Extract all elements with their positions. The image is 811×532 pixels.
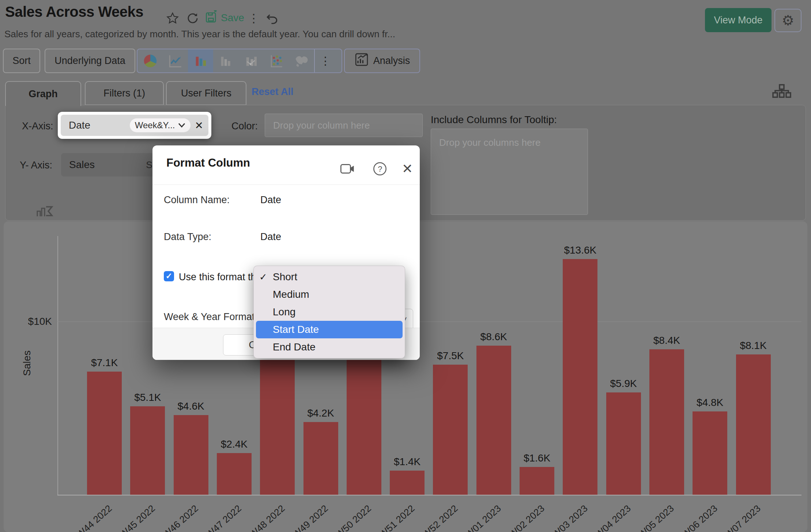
- bar-value-label: $8.1K: [728, 340, 779, 352]
- x-axis-tick-label: W05 2023: [623, 503, 676, 532]
- save-icon: *: [205, 10, 219, 26]
- refresh-icon[interactable]: [185, 10, 201, 26]
- x-axis-tick-label: W06 2023: [666, 503, 720, 532]
- tooltip-drop-zone[interactable]: Drop your columns here: [431, 129, 588, 215]
- option-label: Start Date: [273, 324, 319, 335]
- analysis-icon: [354, 52, 369, 69]
- svg-text:*: *: [214, 10, 217, 16]
- bar-value-label: $4.8K: [684, 397, 736, 408]
- bar-chart-icon[interactable]: [188, 49, 213, 72]
- x-axis-tick-label: W03 2023: [536, 503, 590, 532]
- gear-icon: ⚙: [782, 12, 794, 28]
- help-icon[interactable]: ?: [372, 162, 388, 176]
- bar-value-label: $4.2K: [295, 407, 346, 419]
- bar[interactable]: [390, 471, 425, 495]
- bar[interactable]: [476, 346, 511, 495]
- dropdown-option[interactable]: Medium: [254, 286, 405, 303]
- bar-value-label: $4.6K: [165, 400, 216, 412]
- bar[interactable]: [303, 422, 338, 495]
- data-type-label: Data Type:: [164, 231, 211, 243]
- bar[interactable]: [433, 365, 468, 495]
- bar[interactable]: [649, 349, 684, 495]
- week-year-format-label: Week & Year Format:: [164, 311, 257, 323]
- dropdown-option[interactable]: End Date: [254, 338, 405, 356]
- bar[interactable]: [217, 453, 252, 495]
- data-type-value: Date: [260, 231, 281, 243]
- dialog-title: Format Column: [166, 156, 250, 170]
- dialog-divider: [152, 185, 420, 185]
- more-chart-types-icon[interactable]: ⋮: [315, 49, 336, 72]
- grouped-bar-icon[interactable]: [213, 49, 238, 72]
- x-axis-column-name: Date: [69, 119, 130, 131]
- bar[interactable]: [87, 372, 122, 495]
- remove-x-column-icon[interactable]: ✕: [195, 119, 203, 132]
- x-axis-tick-label: W01 2023: [449, 503, 503, 532]
- color-drop-zone[interactable]: Drop your column here: [265, 114, 423, 137]
- x-axis-tick-label: W52 2022: [406, 503, 460, 532]
- y-axis-tick-label: $10K: [4, 316, 52, 327]
- x-axis-tick-label: W47 2022: [190, 503, 244, 532]
- scatter-plot-icon[interactable]: [264, 49, 289, 72]
- page-description: Sales for all years, categorized by mont…: [4, 28, 395, 40]
- dropdown-option[interactable]: Start Date: [256, 321, 403, 338]
- color-field-label: Color:: [231, 121, 258, 132]
- bar[interactable]: [520, 467, 554, 495]
- dropdown-option[interactable]: ✓Short: [254, 268, 405, 286]
- analysis-button[interactable]: Analysis: [344, 49, 420, 73]
- bar-value-label: $13.6K: [555, 244, 606, 256]
- save-button[interactable]: * Save: [205, 10, 244, 26]
- option-check-icon: ✓: [254, 271, 273, 283]
- pie-chart-icon[interactable]: [137, 49, 163, 72]
- y-axis-field-label: Y- Axis:: [20, 160, 52, 171]
- x-axis-tick-label: W49 2022: [276, 503, 330, 532]
- column-name-label: Column Name:: [164, 194, 230, 206]
- bar[interactable]: [130, 406, 165, 495]
- use-format-checkbox[interactable]: ✓: [164, 271, 174, 281]
- bar-value-label: $8.4K: [641, 335, 692, 346]
- app-window: Sales Across Weeks * Save ⋮ Sales for al…: [0, 0, 811, 532]
- undo-icon[interactable]: [264, 10, 280, 26]
- x-axis-field-highlighted[interactable]: Date Week&Y... ✕: [58, 112, 211, 139]
- option-label: Long: [273, 306, 295, 318]
- reset-all-link[interactable]: Reset All: [252, 86, 294, 98]
- map-chart-icon[interactable]: [289, 49, 314, 72]
- sort-button[interactable]: Sort: [3, 49, 40, 73]
- dropdown-option[interactable]: Long: [254, 303, 405, 321]
- bar-value-label: $2.4K: [208, 438, 260, 450]
- bar-line-combo-icon[interactable]: [238, 49, 264, 72]
- y-axis-field[interactable]: Sales Su: [61, 153, 160, 176]
- chevron-down-icon: [178, 123, 185, 128]
- x-axis-tick-label: W48 2022: [233, 503, 287, 532]
- bar[interactable]: [563, 259, 597, 495]
- x-axis-format-badge[interactable]: Week&Y...: [130, 118, 191, 132]
- video-help-icon[interactable]: [339, 162, 355, 176]
- view-mode-button[interactable]: View Mode: [705, 8, 772, 32]
- hierarchy-icon[interactable]: [772, 83, 792, 101]
- kebab-menu-icon[interactable]: ⋮: [246, 10, 262, 26]
- star-icon[interactable]: [165, 10, 181, 26]
- y-axis-title: Sales: [21, 341, 33, 385]
- x-axis-tick-label: W44 2022: [60, 503, 114, 532]
- analysis-label: Analysis: [373, 55, 410, 66]
- bar[interactable]: [606, 392, 641, 495]
- underlying-data-button[interactable]: Underlying Data: [45, 49, 135, 73]
- bar-value-label: $1.6K: [512, 452, 563, 464]
- bar-value-label: $7.1K: [79, 357, 130, 369]
- bar-value-label: $7.5K: [425, 350, 476, 362]
- tab-filters[interactable]: Filters (1): [85, 81, 164, 105]
- x-axis-tick-label: W51 2022: [363, 503, 417, 532]
- page-title: Sales Across Weeks: [5, 4, 143, 20]
- line-chart-icon[interactable]: [163, 49, 188, 72]
- bar[interactable]: [736, 354, 771, 495]
- close-icon[interactable]: ✕: [399, 162, 415, 176]
- format-options-menu: ✓ShortMediumLongStart DateEnd Date: [253, 266, 405, 358]
- summary-sigma-icon[interactable]: [35, 202, 54, 219]
- tab-user-filters[interactable]: User Filters: [166, 81, 246, 105]
- settings-button[interactable]: ⚙: [774, 9, 801, 32]
- bar[interactable]: [693, 411, 727, 495]
- tab-graph[interactable]: Graph: [5, 81, 81, 106]
- x-axis-tick-label: W50 2022: [320, 503, 374, 532]
- bar[interactable]: [174, 415, 208, 495]
- x-axis-field-label: X-Axis:: [22, 121, 53, 132]
- checkmark-icon: ✓: [166, 271, 172, 281]
